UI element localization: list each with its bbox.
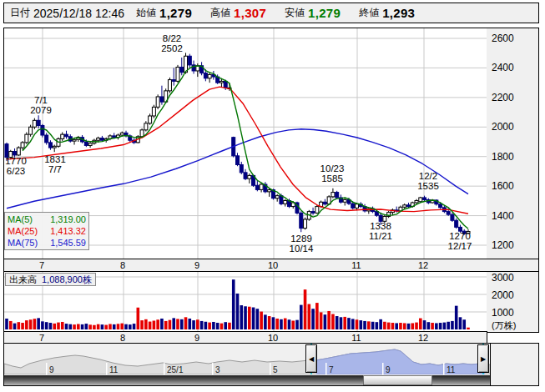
ma5-row: MA(5) 1,319.00: [8, 214, 86, 225]
navigator-date-label: 7: [329, 365, 334, 374]
volume-axis-label: 3000: [492, 272, 514, 284]
price-axis-panel: 26002400220020001800160014001200: [487, 28, 539, 259]
open-value: 1,279: [159, 6, 192, 20]
price-axis-label: 2200: [492, 92, 514, 103]
volume-axis-label: 1000: [492, 307, 514, 319]
month-axis-label: 9: [194, 260, 199, 270]
volume-readout-label: 出来高: [9, 274, 37, 284]
price-axis-label: 1600: [492, 180, 514, 192]
ma5-value: 1,319.00: [50, 214, 86, 225]
scrollbar-thumb[interactable]: [363, 375, 432, 385]
volume-axis-panel: 300020001000(万株): [487, 271, 539, 333]
navigator-date-label: 5: [273, 365, 278, 374]
close-label: 終値: [359, 6, 379, 20]
ma75-label: MA(75): [8, 237, 38, 249]
price-month-axis: 789101112: [3, 259, 539, 272]
chart-annotation: 1338: [370, 221, 391, 231]
navigator-filler: [490, 344, 538, 385]
range-handle-left[interactable]: ◀: [305, 344, 317, 373]
month-axis-label: 8: [120, 333, 125, 343]
chart-annotation: 10/23: [320, 163, 345, 173]
month-axis-label: 9: [194, 333, 199, 343]
month-axis-label: 7: [39, 333, 44, 343]
date-label: 日付: [10, 6, 30, 20]
price-axis-label: 2400: [492, 62, 514, 73]
navigator-date-label: 25/1: [167, 365, 184, 374]
chart-annotation: 2502: [161, 43, 183, 53]
price-axis-label: 1200: [492, 239, 514, 251]
navigator-date-label: 9: [49, 365, 54, 374]
chart-annotation: 8/22: [163, 33, 181, 43]
chart-annotation: 1831: [44, 154, 66, 164]
date-value: 2025/12/18 12:46: [33, 7, 124, 20]
price-axis-label: 1800: [492, 151, 514, 163]
price-axis-label: 2000: [492, 121, 514, 133]
quote-info-bar: 日付 2025/12/18 12:46 始値 1,279 高値 1,307 安値…: [3, 3, 539, 23]
high-label: 高値: [210, 6, 230, 20]
range-navigator: 91125/1357911 ◀ ▶: [3, 343, 539, 386]
month-axis-label: 7: [39, 260, 44, 270]
ma75-value: 1,545.59: [50, 237, 86, 249]
volume-month-axis: 789101112: [3, 331, 487, 344]
chart-annotation: 1585: [321, 173, 343, 183]
low-label: 安値: [285, 6, 305, 20]
chart-annotation: 1289: [290, 234, 312, 244]
navigator-scrollbar[interactable]: [4, 375, 490, 385]
volume-readout-value: 1,088,900株: [42, 274, 92, 284]
chart-annotation: 6/23: [7, 166, 25, 176]
ma25-value: 1,413.32: [50, 225, 86, 237]
navigator-date-label: 9: [386, 365, 391, 374]
low-value: 1,279: [308, 6, 341, 20]
right-arrow-icon: ▶: [481, 355, 486, 363]
ma25-row: MA(25) 1,413.32: [8, 225, 86, 237]
chart-annotation: 1770: [5, 156, 27, 166]
volume-readout: 出来高1,088,900株: [5, 273, 96, 286]
open-label: 始値: [136, 6, 156, 20]
navigator-canvas[interactable]: 91125/1357911: [4, 344, 490, 374]
high-value: 1,307: [234, 6, 266, 20]
chart-annotation: 1535: [417, 181, 439, 191]
chart-annotation: 7/7: [48, 164, 62, 174]
left-arrow-icon: ◀: [309, 355, 314, 363]
ma5-label: MA(5): [8, 214, 33, 225]
chart-annotation: 10/14: [290, 244, 314, 254]
month-axis-label: 10: [268, 333, 278, 343]
month-axis-label: 10: [268, 260, 278, 270]
ma75-row: MA(75) 1,545.59: [8, 237, 86, 249]
stock-chart-widget: 日付 2025/12/18 12:46 始値 1,279 高値 1,307 安値…: [0, 0, 545, 392]
chart-annotation: 12/17: [448, 241, 472, 251]
chart-annotation: 1270: [449, 231, 471, 241]
close-value: 1,293: [382, 6, 415, 20]
ma-legend: MA(5) 1,319.00 MA(25) 1,413.32 MA(75) 1,…: [4, 212, 89, 250]
price-axis-label: 2600: [492, 33, 514, 44]
range-handle-right[interactable]: ▶: [477, 344, 489, 373]
month-axis-label: 8: [120, 260, 125, 270]
month-axis-label: 12: [418, 260, 428, 270]
navigator-date-label: 11: [109, 365, 119, 374]
chart-annotation: 2079: [30, 105, 52, 115]
navigator-date-label: 3: [215, 365, 220, 374]
price-axis-label: 1400: [492, 210, 514, 222]
chart-annotation: 12/2: [419, 171, 437, 181]
month-axis-label: 12: [418, 333, 428, 343]
chart-annotation: 7/1: [34, 95, 48, 105]
chart-annotation: 11/21: [369, 231, 392, 241]
month-axis-label: 11: [351, 260, 361, 270]
navigator-date-label: 11: [447, 365, 456, 374]
month-axis-label: 11: [351, 333, 361, 343]
ma25-label: MA(25): [8, 225, 38, 237]
volume-axis-unit: (万株): [492, 319, 516, 332]
volume-axis-label: 2000: [492, 289, 514, 301]
